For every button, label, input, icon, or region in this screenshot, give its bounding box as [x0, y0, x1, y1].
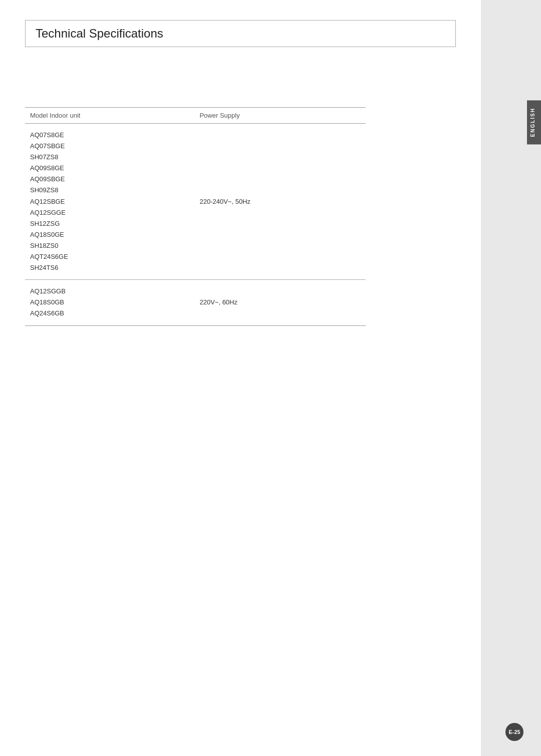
model-cell: AQ12SGGBAQ18S0GBAQ24S6GB — [25, 280, 194, 325]
right-sidebar: ENGLISH E-25 — [481, 0, 541, 756]
table-row: AQ07S8GEAQ07SBGESH07ZS8AQ09S8GEAQ09SBGES… — [25, 124, 366, 280]
model-item: AQT24S6GE — [30, 251, 189, 262]
table-header-row: Model Indoor unit Power Supply — [25, 108, 366, 124]
specs-table: Model Indoor unit Power Supply AQ07S8GEA… — [25, 107, 366, 326]
model-item: AQ09SBGE — [30, 174, 189, 185]
title-box: Technical Specifications — [25, 20, 456, 47]
model-cell: AQ07S8GEAQ07SBGESH07ZS8AQ09S8GEAQ09SBGES… — [25, 124, 194, 280]
page-content: Technical Specifications Model Indoor un… — [0, 0, 481, 756]
table-row: AQ12SGGBAQ18S0GBAQ24S6GB220V~, 60Hz — [25, 280, 366, 325]
model-item: SH24TS6 — [30, 262, 189, 273]
language-tab: ENGLISH — [527, 100, 541, 144]
power-supply-cell: 220V~, 60Hz — [194, 280, 366, 325]
col-header-power: Power Supply — [194, 108, 366, 124]
model-item: SH12ZSG — [30, 218, 189, 229]
model-item: SH18ZS0 — [30, 240, 189, 251]
model-item: AQ09S8GE — [30, 163, 189, 174]
model-item: AQ07S8GE — [30, 130, 189, 141]
col-header-model: Model Indoor unit — [25, 108, 194, 124]
model-item: SH07ZS8 — [30, 152, 189, 163]
model-item: AQ12SGGB — [30, 286, 189, 297]
power-supply-cell: 220-240V~, 50Hz — [194, 124, 366, 280]
page-title: Technical Specifications — [36, 27, 445, 41]
model-item: AQ24S6GB — [30, 308, 189, 319]
model-item: AQ12SGGE — [30, 207, 189, 218]
model-item: AQ18S0GB — [30, 297, 189, 308]
model-item: AQ12SBGE — [30, 196, 189, 207]
model-item: AQ07SBGE — [30, 141, 189, 152]
model-item: SH09ZS8 — [30, 185, 189, 196]
page-number-badge: E-25 — [505, 723, 523, 741]
model-item: AQ18S0GE — [30, 229, 189, 240]
